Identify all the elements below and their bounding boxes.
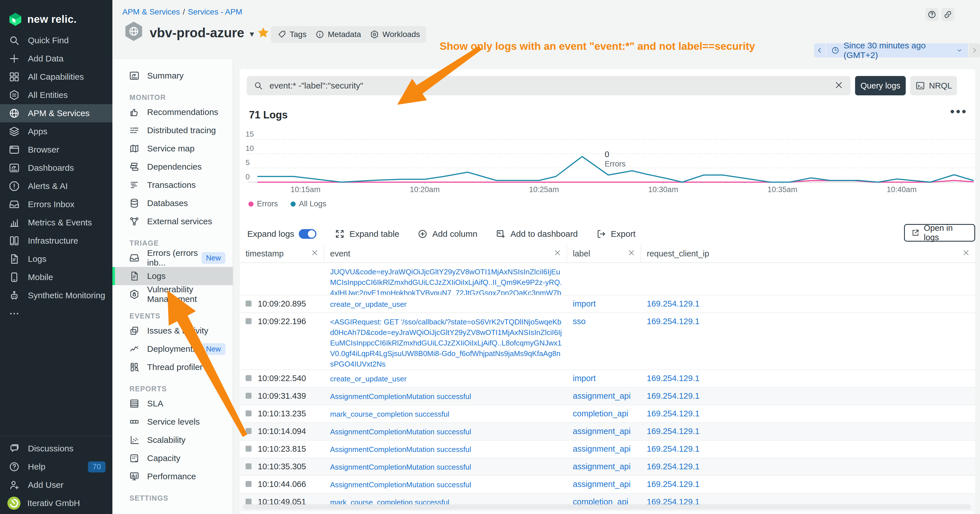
sidebar-item-quick-find[interactable]: Quick Find bbox=[0, 31, 112, 49]
column-header-event[interactable]: event bbox=[325, 245, 567, 263]
subnav-item-logs[interactable]: Logs bbox=[112, 267, 233, 285]
row-checkbox[interactable] bbox=[245, 318, 251, 324]
row-checkbox[interactable] bbox=[245, 393, 251, 399]
sidebar-item-browser[interactable]: Browser bbox=[0, 141, 112, 159]
column-header-label[interactable]: label bbox=[567, 245, 641, 263]
event-link[interactable]: AssignmentCompletionMutation successful bbox=[330, 445, 471, 454]
event-link[interactable]: create_or_update_user bbox=[330, 300, 407, 309]
label-link[interactable]: import bbox=[573, 374, 596, 383]
remove-column-button[interactable] bbox=[554, 249, 562, 259]
subnav-item-distributed-tracing[interactable]: Distributed tracing bbox=[112, 121, 233, 140]
sidebar-item-apm-services[interactable]: APM & Services bbox=[0, 104, 112, 123]
row-checkbox[interactable] bbox=[245, 375, 251, 381]
log-row[interactable]: 10:09:22.196<ASGIRequest: GET '/sso/call… bbox=[240, 313, 975, 370]
remove-column-button[interactable] bbox=[311, 249, 319, 259]
ip-link[interactable]: 169.254.129.1 bbox=[647, 317, 700, 326]
breadcrumb-services-apm[interactable]: Services - APM bbox=[188, 7, 242, 16]
label-link[interactable]: assignment_api bbox=[573, 444, 630, 454]
sidebar-item-ellipsis[interactable] bbox=[0, 304, 112, 323]
new-relic-logo[interactable]: new relic. bbox=[0, 0, 112, 31]
row-checkbox[interactable] bbox=[245, 301, 251, 307]
row-checkbox[interactable] bbox=[245, 428, 251, 434]
log-row[interactable]: 10:11:00.311AssignmentCompletionMutation… bbox=[240, 511, 975, 514]
row-checkbox[interactable] bbox=[245, 411, 251, 416]
sidebar-footer-add-user[interactable]: Add User bbox=[0, 476, 112, 494]
sidebar-item-errors-inbox[interactable]: Errors Inbox bbox=[0, 195, 112, 213]
entity-chevron-down-icon[interactable]: ▼ bbox=[248, 27, 256, 39]
event-link[interactable]: create_or_update_user bbox=[330, 374, 407, 383]
column-header-timestamp[interactable]: timestamp bbox=[240, 245, 325, 263]
expand-table-button[interactable]: Expand table bbox=[335, 229, 399, 239]
sidebar-item-all-capabilities[interactable]: All Capabilities bbox=[0, 68, 112, 86]
label-link[interactable]: completion_api bbox=[573, 409, 628, 418]
label-link[interactable]: assignment_api bbox=[573, 479, 630, 489]
event-link[interactable]: JUQVU&code=eyJraWQiOiJjcGltY29yZV8wOTI1M… bbox=[330, 267, 562, 295]
section-menu-ellipsis[interactable]: ••• bbox=[950, 105, 967, 119]
legend-errors[interactable]: Errors bbox=[248, 199, 278, 208]
favorite-star-icon[interactable] bbox=[257, 26, 270, 39]
export-button[interactable]: Export bbox=[596, 229, 636, 239]
subnav-item-transactions[interactable]: Transactions bbox=[112, 176, 233, 194]
log-row[interactable]: 10:10:23.815AssignmentCompletionMutation… bbox=[240, 441, 975, 458]
row-checkbox[interactable] bbox=[245, 446, 251, 452]
subnav-item-external-services[interactable]: External services bbox=[112, 212, 233, 231]
sidebar-item-all-entities[interactable]: All Entities bbox=[0, 86, 112, 104]
subnav-item-recommendations[interactable]: Recommendations bbox=[112, 103, 233, 121]
subnav-item-errors-errors-inb[interactable]: Errors (errors inb...New bbox=[112, 249, 233, 267]
subnav-item-summary[interactable]: Summary bbox=[112, 67, 233, 85]
subnav-item-sla[interactable]: SLA bbox=[112, 395, 233, 413]
ip-link[interactable]: 169.254.129.1 bbox=[647, 299, 700, 308]
horizontal-scrollbar[interactable] bbox=[243, 504, 971, 509]
event-link[interactable]: AssignmentCompletionMutation successful bbox=[330, 463, 471, 471]
subnav-item-dependencies[interactable]: Dependencies bbox=[112, 158, 233, 176]
metadata-button[interactable]: Metadata bbox=[309, 26, 368, 43]
time-forward-button[interactable] bbox=[968, 43, 980, 57]
sidebar-item-add-data[interactable]: Add Data bbox=[0, 49, 112, 68]
add-column-button[interactable]: Add column bbox=[417, 229, 477, 239]
breadcrumb-apm-services[interactable]: APM & Services bbox=[123, 7, 180, 16]
ip-link[interactable]: 169.254.129.1 bbox=[647, 462, 700, 471]
remove-column-button[interactable] bbox=[627, 249, 635, 259]
sidebar-footer-help[interactable]: Help70 bbox=[0, 458, 112, 476]
log-row[interactable]: 10:09:31.439AssignmentCompletionMutation… bbox=[240, 388, 975, 405]
subnav-item-deployments[interactable]: DeploymentsNew bbox=[112, 340, 233, 358]
row-checkbox[interactable] bbox=[245, 499, 251, 504]
subnav-item-scalability[interactable]: Scalability bbox=[112, 431, 233, 449]
ip-link[interactable]: 169.254.129.1 bbox=[647, 374, 700, 383]
event-link[interactable]: <ASGIRequest: GET '/sso/callback/?state=… bbox=[330, 318, 562, 368]
subnav-item-performance[interactable]: Performance bbox=[112, 467, 233, 485]
sidebar-item-infrastructure[interactable]: Infrastructure bbox=[0, 232, 112, 250]
event-link[interactable]: mark_course_completion successful bbox=[330, 410, 449, 419]
ip-link[interactable]: 169.254.129.1 bbox=[647, 479, 700, 489]
label-link[interactable]: assignment_api bbox=[573, 462, 630, 471]
log-row[interactable]: 10:10:13.235mark_course_completion succe… bbox=[240, 405, 975, 423]
time-back-button[interactable] bbox=[814, 43, 826, 57]
sidebar-footer-iterativ-gmbh[interactable]: Iterativ GmbH bbox=[0, 494, 112, 512]
tags-button[interactable]: Tags bbox=[271, 26, 313, 43]
remove-column-button[interactable] bbox=[962, 249, 970, 259]
sidebar-item-mobile[interactable]: Mobile bbox=[0, 268, 112, 286]
subnav-item-issues-activity[interactable]: Issues & activity bbox=[112, 321, 233, 340]
sidebar-item-logs[interactable]: Logs bbox=[0, 250, 112, 268]
label-link[interactable]: import bbox=[573, 299, 596, 308]
log-row[interactable]: 10:09:22.540create_or_update_userimport1… bbox=[240, 370, 975, 388]
sidebar-footer-discussions[interactable]: Discussions bbox=[0, 439, 112, 458]
subnav-item-thread-profiler[interactable]: Thread profiler bbox=[112, 358, 233, 376]
nrql-button[interactable]: NRQL bbox=[910, 76, 957, 95]
sidebar-item-synthetic-monitoring[interactable]: Synthetic Monitoring bbox=[0, 286, 112, 304]
time-range-button[interactable]: Since 30 minutes ago (GMT+2) bbox=[826, 43, 968, 57]
log-row[interactable]: 10:10:44.066AssignmentCompletionMutation… bbox=[240, 476, 975, 493]
clear-query-button[interactable] bbox=[834, 80, 844, 91]
subnav-item-databases[interactable]: Databases bbox=[112, 194, 233, 212]
label-link[interactable]: sso bbox=[573, 317, 585, 326]
label-link[interactable]: assignment_api bbox=[573, 391, 630, 401]
ip-link[interactable]: 169.254.129.1 bbox=[647, 391, 700, 401]
expand-logs-toggle[interactable]: Expand logs bbox=[247, 229, 317, 239]
query-logs-button[interactable]: Query logs bbox=[855, 76, 906, 95]
help-button[interactable] bbox=[925, 8, 939, 21]
toggle-on-icon[interactable] bbox=[299, 229, 317, 239]
open-in-logs-button[interactable]: Open in logs bbox=[904, 224, 975, 242]
sidebar-item-alerts-ai[interactable]: Alerts & AI bbox=[0, 177, 112, 195]
subnav-item-vulnerability-management[interactable]: Vulnerability Management bbox=[112, 285, 233, 303]
log-row[interactable]: 10:09:20.895create_or_update_userimport1… bbox=[240, 295, 975, 313]
